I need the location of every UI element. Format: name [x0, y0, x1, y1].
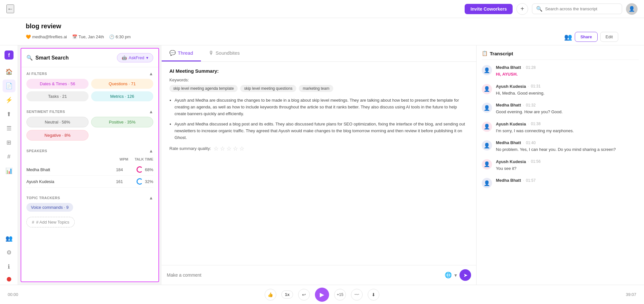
emoji-icon: 🧡 — [26, 34, 31, 39]
globe-icon[interactable]: 🌐 — [445, 272, 452, 279]
transcript-text: Hi, AYUSH. — [496, 71, 535, 78]
soundbites-tab-icon: 🎙 — [209, 50, 214, 56]
talk-donut-ayush — [137, 178, 143, 185]
transcript-text: Good evening. How are you? Good. — [496, 109, 563, 115]
neutral-filter[interactable]: Neutral · 58% — [26, 117, 89, 127]
nav-home[interactable]: 🏠 — [3, 65, 15, 78]
transcript-search-input[interactable] — [545, 6, 618, 11]
speaker-name: Ayush Kudesia — [496, 122, 526, 126]
keyword-chip[interactable]: skip level meeting questions — [240, 85, 296, 92]
nav-upload[interactable]: ⬆ — [3, 108, 15, 121]
transcript-panel: 📋 Transcript 👤 Medha Bhatt · 01:28 Hi, A… — [477, 45, 644, 285]
download-button[interactable]: ⬇ — [368, 289, 379, 300]
keyword-chip[interactable]: skip level meeting agenda template — [169, 85, 238, 92]
play-button[interactable]: ▶ — [315, 288, 329, 302]
speaker-name: Medha Bhatt — [496, 65, 521, 70]
page-title: blog review — [26, 23, 618, 30]
voice-commands-topic[interactable]: Voice commands · 9 — [26, 203, 73, 212]
keyword-chip[interactable]: marketing team — [299, 85, 333, 92]
coworkers-icon[interactable]: 👥 — [564, 33, 572, 41]
total-time: 39:07 — [611, 292, 636, 297]
send-comment-button[interactable]: ➤ — [459, 269, 471, 281]
avatar[interactable]: 👤 — [626, 3, 638, 15]
transcript-entry: 👤 Medha Bhatt · 01:32 Good evening. How … — [482, 103, 639, 115]
rating-stars[interactable]: ☆ ☆ ☆ ☆ ☆ — [213, 145, 244, 152]
questions-filter[interactable]: Questions · 71 — [91, 79, 153, 89]
ai-filters-title: AI FILTERS — [26, 72, 47, 76]
nav-chart[interactable]: 📊 — [3, 164, 15, 177]
nav-lightning[interactable]: ⚡ — [3, 94, 15, 106]
speaker-name: Medha Bhatt — [496, 140, 521, 145]
thread-panel: 💬 Thread 🎙 Soundbites AI Meeting Summary… — [162, 45, 477, 285]
back-icon: ← — [7, 5, 14, 13]
nav-settings[interactable]: ⚙ — [3, 246, 15, 259]
thread-content: AI Meeting Summary: Keywords: skip level… — [162, 62, 476, 265]
like-button[interactable]: 👍 — [265, 289, 276, 300]
nav-grid[interactable]: ⊞ — [3, 136, 15, 149]
comment-bar: 🌐 ▾ ➤ — [162, 265, 476, 285]
askfred-button[interactable]: 🤖 AskFred ▾ — [117, 53, 153, 62]
forward-button[interactable]: +15 — [334, 289, 346, 300]
svg-text:f: f — [8, 52, 10, 58]
ai-filters-toggle[interactable]: ▲ — [149, 71, 153, 76]
timestamp: 01:31 — [531, 84, 541, 88]
invite-coworkers-button[interactable]: Invite Coworkers — [465, 4, 513, 14]
speakers-toggle[interactable]: ▲ — [149, 148, 153, 153]
nav-layers[interactable]: ☰ — [3, 122, 15, 135]
brand-logo: f — [3, 49, 15, 61]
topic-trackers-title: TOPIC TRACKERS — [26, 196, 60, 200]
speaker-row: Medha Bhatt 184 68% — [26, 164, 153, 176]
speed-button[interactable]: 1x — [281, 290, 293, 299]
positive-filter[interactable]: Positive · 35% — [91, 117, 153, 127]
star-4[interactable]: ☆ — [233, 145, 238, 152]
transcript-search-box: 🔍 — [532, 4, 622, 14]
star-2[interactable]: ☆ — [220, 145, 225, 152]
rating-row: Rate summary quality: ☆ ☆ ☆ ☆ ☆ — [169, 145, 469, 152]
ai-filters-grid: Dates & Times · 56 Questions · 71 Tasks … — [21, 79, 158, 105]
dropdown-icon[interactable]: ▾ — [454, 272, 457, 278]
avatar-medha: 👤 — [482, 65, 492, 75]
transcript-text: I'm sorry, I was connecting my earphones… — [496, 128, 574, 134]
star-5[interactable]: ☆ — [239, 145, 244, 152]
speaker-name: Medha Bhatt — [496, 178, 521, 183]
metrics-filter[interactable]: Metrics · 126 — [91, 91, 153, 101]
negative-filter[interactable]: Negative · 8% — [26, 130, 89, 141]
timestamp: 01:38 — [531, 122, 541, 126]
nav-info[interactable]: ℹ — [3, 260, 15, 273]
topic-toggle[interactable]: ▲ — [149, 195, 153, 200]
tab-thread[interactable]: 💬 Thread — [162, 45, 201, 61]
summary-bullets: Ayush and Medha are discussing the chang… — [169, 97, 469, 141]
dates-times-filter[interactable]: Dates & Times · 56 — [26, 79, 89, 89]
edit-button[interactable]: Edit — [600, 32, 618, 42]
nav-meetings[interactable]: 📄 — [3, 79, 15, 92]
transcript-text: Hi, Medha. Good evening. — [496, 90, 545, 97]
share-button[interactable]: Share — [575, 32, 597, 42]
tab-soundbites[interactable]: 🎙 Soundbites — [201, 45, 248, 61]
speaker-name: Ayush Kudesia — [496, 159, 526, 164]
add-topics-button[interactable]: # # Add New Topics — [26, 217, 75, 227]
star-1[interactable]: ☆ — [213, 145, 219, 152]
rewind-button[interactable]: ↩ — [298, 289, 310, 300]
speaker-ayush-talk: 32% — [128, 178, 153, 185]
thread-tab-icon: 💬 — [169, 50, 176, 56]
transcript-entry: 👤 Ayush Kudesia · 01:56 You see it? — [482, 159, 639, 172]
transcript-entry: 👤 Medha Bhatt · 01:28 Hi, AYUSH. — [482, 65, 639, 78]
star-3[interactable]: ☆ — [226, 145, 232, 152]
sentiment-toggle[interactable]: ▲ — [149, 109, 153, 114]
back-button[interactable]: ← — [6, 5, 14, 13]
sentiment-filters-grid: Neutral · 58% Positive · 35% Negative · … — [21, 117, 158, 144]
comment-input[interactable] — [167, 272, 442, 278]
tasks-filter[interactable]: Tasks · 21 — [26, 91, 89, 101]
nav-hash[interactable]: # — [3, 150, 15, 163]
time-meta: 🕐 6:30 pm — [109, 34, 131, 39]
avatar-medha: 👤 — [482, 140, 492, 151]
add-button[interactable]: + — [516, 3, 528, 15]
timestamp: 01:40 — [526, 141, 535, 145]
nav-people[interactable]: 👥 — [3, 232, 15, 245]
speaker-name: Ayush Kudesia — [496, 84, 526, 89]
speaker-ayush-wpm: 161 — [111, 179, 128, 184]
avatar-ayush: 👤 — [482, 84, 492, 94]
speaker-row: Ayush Kudesia 161 32% — [26, 176, 153, 188]
waveform-button[interactable]: 〰 — [351, 289, 363, 300]
smart-search-panel: 🔍 Smart Search 🤖 AskFred ▾ AI FILTERS ▲ … — [21, 48, 159, 282]
